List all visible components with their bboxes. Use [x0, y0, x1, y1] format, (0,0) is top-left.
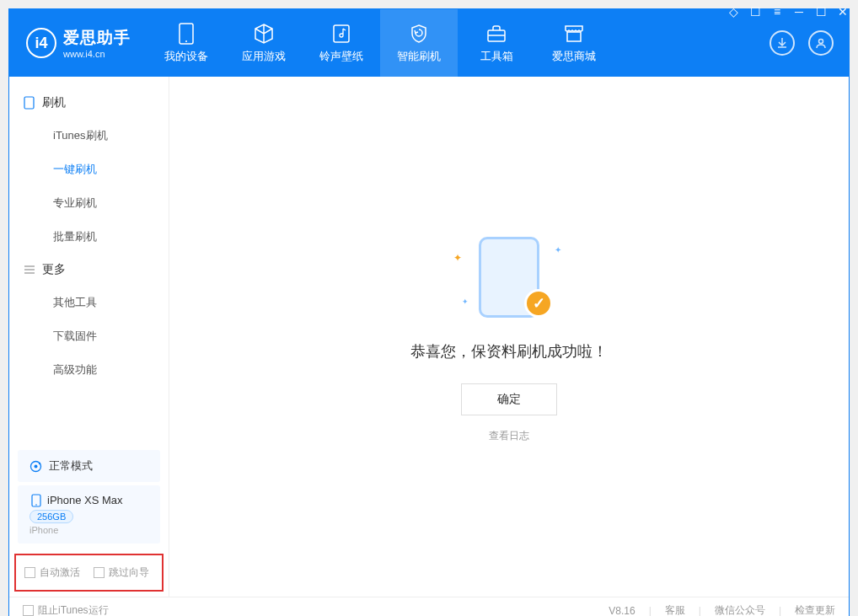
- svg-point-6: [819, 40, 823, 44]
- toolbox-icon: [485, 22, 508, 46]
- sparkle-icon: ✦: [453, 252, 462, 264]
- nav-label: 工具箱: [480, 49, 513, 64]
- version-label: V8.16: [609, 605, 635, 617]
- sidebar: 刷机 iTunes刷机 一键刷机 专业刷机 批量刷机 更多 其他工具 下载固件 …: [9, 77, 169, 597]
- minimize-button[interactable]: ─: [792, 5, 806, 19]
- close-button[interactable]: ✕: [836, 5, 850, 19]
- app-window: i4 爱思助手 www.i4.cn 我的设备 应用游戏 铃声壁纸 智能刷机: [8, 8, 850, 616]
- sparkle-icon: ✦: [555, 245, 561, 254]
- nav-label: 爱思商城: [552, 49, 596, 64]
- checkbox-icon: [24, 567, 35, 578]
- block-itunes-label: 阻止iTunes运行: [38, 603, 109, 616]
- logo-icon: i4: [26, 28, 56, 58]
- svg-point-15: [35, 504, 37, 506]
- auto-activate-label: 自动激活: [40, 565, 80, 580]
- ok-button[interactable]: 确定: [461, 383, 557, 415]
- sidebar-item-itunes-flash[interactable]: iTunes刷机: [9, 119, 169, 153]
- app-title: 爱思助手: [63, 27, 131, 49]
- device-capacity-badge: 256GB: [29, 510, 73, 523]
- nav-label: 铃声壁纸: [319, 49, 363, 64]
- menu-icon[interactable]: ≡: [770, 5, 784, 19]
- sidebar-item-download-firmware[interactable]: 下载固件: [9, 319, 169, 353]
- device-type-label: iPhone: [29, 525, 148, 535]
- maximize-button[interactable]: ☐: [814, 5, 828, 19]
- checkbox-icon: [94, 567, 105, 578]
- main-content: ✦ ✦ ✦ ✓ 恭喜您，保资料刷机成功啦！ 确定 查看日志: [169, 77, 849, 597]
- options-highlight-box: 自动激活 跳过向导: [14, 554, 164, 592]
- status-link-support[interactable]: 客服: [665, 603, 685, 616]
- device-mode-label: 正常模式: [49, 458, 93, 474]
- window-controls: ◇ ☐ ≡ ─ ☐ ✕: [727, 5, 850, 19]
- nav-label: 应用游戏: [242, 49, 286, 64]
- nav-tab-store[interactable]: 爱思商城: [535, 9, 613, 77]
- music-icon: [330, 22, 353, 46]
- app-subtitle: www.i4.cn: [63, 49, 131, 59]
- device-info-panel[interactable]: iPhone XS Max 256GB iPhone: [18, 485, 160, 544]
- sidebar-group-flash: 刷机: [9, 87, 169, 119]
- nav-tab-ringtones[interactable]: 铃声壁纸: [303, 9, 380, 77]
- view-log-link[interactable]: 查看日志: [489, 429, 529, 443]
- svg-point-1: [185, 40, 187, 42]
- block-itunes-checkbox[interactable]: 阻止iTunes运行: [23, 603, 109, 616]
- nav-label: 我的设备: [164, 49, 208, 64]
- user-button[interactable]: [808, 30, 834, 56]
- cube-icon: [252, 22, 276, 46]
- skin-icon[interactable]: ◇: [727, 5, 740, 19]
- nav-tabs: 我的设备 应用游戏 铃声壁纸 智能刷机 工具箱 爱思商城: [147, 9, 754, 77]
- shield-icon: [407, 22, 431, 46]
- status-link-wechat[interactable]: 微信公众号: [715, 603, 765, 616]
- statusbar: 阻止iTunes运行 V8.16 | 客服 | 微信公众号 | 检查更新: [9, 597, 849, 616]
- app-logo: i4 爱思助手 www.i4.cn: [9, 9, 147, 77]
- svg-rect-5: [567, 32, 581, 41]
- status-link-update[interactable]: 检查更新: [795, 603, 835, 616]
- sidebar-item-pro-flash[interactable]: 专业刷机: [9, 186, 169, 220]
- body: 刷机 iTunes刷机 一键刷机 专业刷机 批量刷机 更多 其他工具 下载固件 …: [9, 77, 849, 597]
- auto-activate-checkbox[interactable]: 自动激活: [24, 565, 80, 580]
- sidebar-item-oneclick-flash[interactable]: 一键刷机: [9, 153, 169, 186]
- device-phone-icon: [29, 494, 42, 506]
- success-illustration: ✦ ✦ ✦ ✓: [450, 230, 568, 323]
- sidebar-group-more: 更多: [9, 254, 169, 286]
- skip-guide-checkbox[interactable]: 跳过向导: [94, 565, 149, 580]
- list-icon: [23, 264, 35, 276]
- nav-tab-device[interactable]: 我的设备: [147, 9, 225, 77]
- feedback-icon[interactable]: ☐: [748, 5, 762, 19]
- sparkle-icon: ✦: [462, 297, 469, 306]
- nav-tab-flash[interactable]: 智能刷机: [380, 9, 458, 77]
- sidebar-item-advanced[interactable]: 高级功能: [9, 353, 169, 387]
- device-name-label: iPhone XS Max: [47, 494, 123, 506]
- sidebar-item-batch-flash[interactable]: 批量刷机: [9, 220, 169, 254]
- phone-outline-icon: [23, 97, 35, 110]
- svg-rect-7: [24, 97, 34, 109]
- titlebar: i4 爱思助手 www.i4.cn 我的设备 应用游戏 铃声壁纸 智能刷机: [9, 9, 849, 77]
- nav-tab-toolbox[interactable]: 工具箱: [458, 9, 535, 77]
- nav-tab-apps[interactable]: 应用游戏: [225, 9, 303, 77]
- sidebar-item-other-tools[interactable]: 其他工具: [9, 286, 169, 319]
- download-button[interactable]: [770, 30, 795, 56]
- device-icon: [174, 22, 198, 46]
- svg-point-12: [35, 464, 38, 468]
- skip-guide-label: 跳过向导: [109, 565, 149, 580]
- device-mode-panel[interactable]: 正常模式: [18, 450, 160, 482]
- header-actions: [754, 9, 849, 77]
- check-badge-icon: ✓: [524, 289, 553, 318]
- svg-point-13: [39, 462, 40, 463]
- nav-label: 智能刷机: [397, 49, 441, 64]
- success-message: 恭喜您，保资料刷机成功啦！: [410, 341, 608, 362]
- mode-icon: [29, 460, 42, 473]
- checkbox-icon: [23, 605, 34, 616]
- store-icon: [562, 22, 586, 46]
